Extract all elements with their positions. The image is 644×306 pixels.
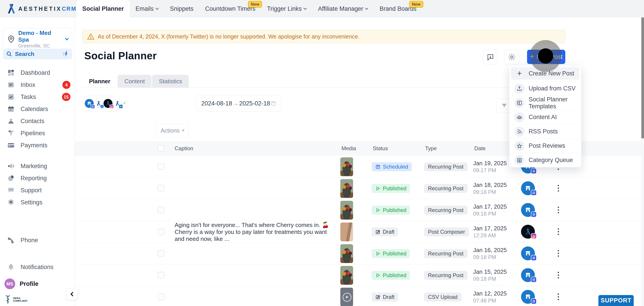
sidebar-item-contacts[interactable]: Contacts — [0, 115, 75, 127]
top-nav-tab-social-planner[interactable]: Social Planner — [76, 0, 130, 18]
sidebar-item-payments[interactable]: Payments — [0, 139, 75, 151]
row-checkbox[interactable] — [158, 185, 164, 192]
row-menu-button[interactable] — [554, 270, 563, 280]
post-caption — [175, 246, 331, 261]
post-media-thumbnail-fruit[interactable] — [340, 157, 353, 176]
sidebar-item-reporting[interactable]: Reporting — [0, 172, 75, 184]
support-icon — [7, 186, 15, 194]
tabs-divider — [82, 88, 565, 88]
tab-statistics[interactable]: Statistics — [152, 75, 189, 88]
menu-item-post-reviews[interactable]: Post Reviews — [510, 139, 581, 153]
feedback-button[interactable] — [483, 50, 498, 65]
post-media-thumbnail-face[interactable] — [340, 222, 353, 241]
menu-item-content-ai[interactable]: Content AI — [510, 110, 581, 124]
google-badge-icon: G — [531, 277, 537, 282]
new-post-button[interactable]: + New Post — [527, 50, 565, 64]
templates-icon — [514, 98, 524, 108]
top-nav-tab-countdown-timers[interactable]: Countdown Timers New — [199, 0, 261, 18]
location-name: Demo - Med Spa — [18, 30, 63, 43]
location-switcher[interactable]: Demo - Med Spa Greenville, SC — [3, 28, 72, 50]
sidebar-item-marketing[interactable]: Marketing — [0, 160, 75, 172]
sidebar-item-tasks[interactable]: Tasks 15 — [0, 91, 75, 103]
settings-button[interactable] — [504, 50, 519, 65]
post-media-thumbnail-fruit[interactable] — [340, 244, 353, 263]
top-nav-tabs: Social Planner Emails Snippets Countdown… — [76, 0, 422, 18]
tab-planner[interactable]: Planner — [82, 75, 117, 88]
row-checkbox[interactable] — [158, 250, 164, 257]
sidebar-collapse-button[interactable] — [66, 288, 78, 300]
top-nav-tab-brand-boards[interactable]: Brand Boards New — [374, 0, 422, 18]
avatar: MS — [4, 278, 15, 289]
date-range-picker[interactable]: 2024-08-18 → 2025-02-18 — [196, 95, 282, 112]
post-date: Jan 18, 2025 09:18 PM — [473, 181, 507, 196]
row-menu-button[interactable] — [554, 183, 563, 194]
top-nav-tab-emails[interactable]: Emails — [130, 0, 164, 18]
actions-dropdown-button[interactable]: Actions — [156, 124, 188, 137]
post-media-thumbnail-video[interactable] — [340, 288, 353, 306]
select-all-checkbox[interactable] — [158, 145, 164, 152]
row-checkbox[interactable] — [158, 207, 164, 213]
row-menu-button[interactable] — [554, 248, 563, 259]
row-checkbox[interactable] — [158, 272, 164, 278]
calendar-icon — [270, 101, 276, 106]
instagram-avatar: ◻ — [104, 99, 112, 108]
location-city: Greenville, SC — [18, 43, 63, 49]
row-menu-button[interactable] — [554, 226, 563, 237]
support-button[interactable]: SUPPORT — [598, 295, 634, 306]
post-media-thumbnail-fruit[interactable] — [340, 266, 353, 285]
google-business-avatar: G — [521, 246, 535, 260]
top-nav-tab-trigger-links[interactable]: Trigger Links — [261, 0, 312, 18]
menu-item-social-planner-templates[interactable]: Social Planner Templates — [510, 96, 581, 110]
sidebar-item-inbox[interactable]: Inbox 4 — [0, 79, 75, 91]
post-date: Jan 15, 2025 09:18 PM — [473, 268, 507, 282]
menu-item-create-new-post[interactable]: + Create New Post — [511, 67, 580, 80]
menu-item-upload-from-csv[interactable]: Upload from CSV — [510, 81, 581, 96]
menu-item-category-queue[interactable]: Category Queue — [510, 153, 581, 167]
post-caption — [175, 181, 331, 196]
plus-icon: + — [530, 52, 534, 61]
google-badge-icon: G — [531, 298, 537, 304]
calendar-icon — [7, 105, 15, 113]
row-checkbox[interactable] — [158, 163, 164, 170]
chevron-down-icon — [156, 6, 159, 10]
sidebar-item-calendars[interactable]: Calendars — [0, 103, 75, 115]
tab-content[interactable]: Content — [118, 75, 152, 88]
new-badge: New — [409, 1, 423, 8]
row-menu-button[interactable] — [554, 291, 563, 302]
sidebar-item-support[interactable]: Support — [0, 184, 75, 196]
search-input[interactable]: Search — [3, 49, 72, 59]
scrollbar-thumb[interactable] — [641, 18, 644, 138]
rss-icon — [514, 126, 524, 137]
sidebar-item-phone[interactable]: Phone — [0, 234, 75, 246]
chevron-down-icon — [124, 102, 126, 104]
profile-button[interactable]: MS Profile — [0, 277, 75, 290]
status-icon — [375, 164, 380, 169]
linkedin-badge-icon: in — [119, 104, 123, 109]
top-nav-tab-snippets[interactable]: Snippets — [164, 0, 199, 18]
top-nav-tab-affiliate-manager[interactable]: Affiliate Manager — [312, 0, 374, 18]
column-header-type: Type — [425, 141, 437, 156]
post-caption — [175, 267, 331, 283]
post-time: 12:29 AM — [473, 232, 507, 239]
sidebar-item-dashboard[interactable]: Dashboard — [0, 67, 75, 79]
google-business-avatar: G — [521, 181, 535, 195]
sidebar-item-pipelines[interactable]: Pipelines — [0, 127, 75, 139]
post-media-thumbnail-fruit[interactable] — [340, 201, 353, 220]
sidebar-item-notifications[interactable]: Notifications — [0, 261, 75, 273]
post-type-pill: Recurring Post — [424, 249, 468, 258]
settings-icon — [7, 199, 15, 206]
status-badge: Draft — [372, 292, 398, 301]
search-placeholder: Search — [15, 51, 34, 58]
row-menu-button[interactable] — [554, 205, 563, 215]
row-checkbox[interactable] — [158, 228, 164, 235]
column-header-date: Date — [474, 141, 486, 156]
brand-name: AESTHETIXCRM — [18, 6, 76, 12]
plus-icon: + — [514, 69, 524, 78]
menu-item-rss-posts[interactable]: RSS Posts — [510, 124, 581, 139]
connected-accounts-selector[interactable]: G f ◻ in — [82, 95, 120, 112]
sidebar-item-settings[interactable]: Settings — [0, 196, 75, 208]
row-checkbox[interactable] — [158, 293, 164, 300]
chevron-down-icon — [365, 6, 368, 10]
post-time: 09:18 PM — [473, 210, 507, 217]
post-media-thumbnail-fruit[interactable] — [340, 179, 353, 198]
